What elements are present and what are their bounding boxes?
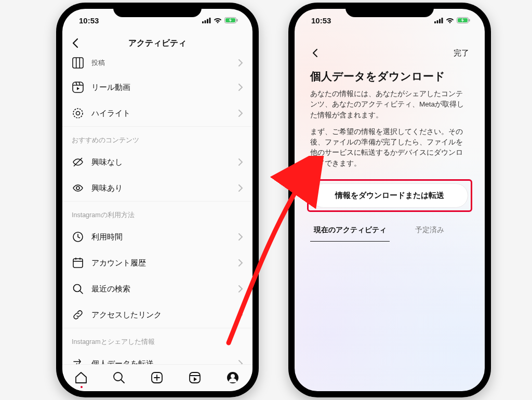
wifi-icon — [214, 17, 222, 23]
svg-rect-6 — [237, 19, 238, 22]
svg-rect-31 — [190, 372, 200, 383]
row-label: 興味あり — [91, 183, 231, 193]
modal-paragraph-2: まず、ご希望の情報を選択してください。その後、ファイルの準備が完了したら、ファイ… — [310, 127, 469, 169]
phone-frame-right: 10:53 完了 個人データをダウンロード あなたの情報には、あなたがシェアした… — [288, 3, 491, 397]
row-label: 利用時間 — [91, 232, 231, 242]
chevron-right-icon — [238, 110, 243, 117]
clock-icon — [72, 231, 84, 243]
row-label: 投稿 — [91, 58, 231, 68]
chevron-right-icon — [238, 184, 243, 192]
svg-point-34 — [231, 374, 235, 378]
status-time: 10:53 — [311, 16, 331, 25]
svg-rect-19 — [73, 259, 83, 268]
tab-create[interactable] — [150, 371, 165, 385]
row-label: 個人データを転送 — [91, 359, 231, 365]
svg-line-12 — [76, 82, 77, 85]
notification-dot — [81, 386, 83, 388]
cellular-icon — [202, 18, 211, 23]
row-label: 興味なし — [91, 157, 231, 167]
tab-profile[interactable] — [226, 371, 241, 385]
home-icon — [74, 371, 88, 384]
row-not-interested[interactable]: 興味なし — [62, 149, 252, 175]
svg-rect-7 — [73, 58, 83, 68]
row-interested[interactable]: 興味あり — [62, 175, 252, 201]
row-time-spent[interactable]: 利用時間 — [62, 224, 252, 250]
section-usage: Instagramの利用方法 — [62, 201, 252, 224]
wifi-icon — [446, 17, 454, 23]
link-icon — [72, 309, 84, 321]
search-icon — [72, 283, 84, 295]
nav-header: アクティビティ — [62, 32, 252, 55]
chevron-right-icon — [238, 285, 243, 292]
svg-line-24 — [80, 291, 83, 294]
chevron-right-icon — [238, 311, 243, 318]
screen-right: 10:53 完了 個人データをダウンロード あなたの情報には、あなたがシェアした… — [295, 9, 485, 391]
row-account-history[interactable]: アカウント履歴 — [62, 250, 252, 276]
svg-rect-3 — [209, 18, 211, 23]
chevron-right-icon — [238, 158, 243, 166]
chevron-right-icon — [238, 259, 243, 266]
modal-title: 個人データをダウンロード — [310, 69, 469, 84]
chevron-left-icon — [70, 37, 82, 49]
svg-line-13 — [79, 82, 80, 85]
tab-reels[interactable] — [188, 371, 203, 385]
chevron-right-icon — [238, 233, 243, 241]
section-recommended: おすすめのコンテンツ — [62, 126, 252, 149]
svg-rect-41 — [469, 19, 470, 22]
eye-off-icon — [72, 156, 84, 168]
section-shared-info: Instagramとシェアした情報 — [62, 328, 252, 351]
row-recent-searches[interactable]: 最近の検索 — [62, 276, 252, 302]
battery-icon — [457, 17, 470, 23]
back-button[interactable] — [70, 37, 82, 49]
transfer-icon — [72, 357, 84, 364]
status-indicators — [434, 17, 470, 23]
chevron-right-icon — [238, 59, 243, 66]
row-label: アカウント履歴 — [91, 258, 231, 268]
chevron-left-icon — [310, 48, 321, 58]
row-posts-truncated[interactable]: 投稿 — [62, 55, 252, 74]
plus-square-icon — [150, 371, 164, 384]
svg-rect-35 — [434, 21, 436, 23]
back-button[interactable] — [310, 48, 321, 58]
settings-scroll[interactable]: 投稿 リール動画 ハイライト おすすめのコンテンツ 興味なし — [62, 55, 252, 364]
row-reels[interactable]: リール動画 — [62, 74, 252, 100]
row-label: リール動画 — [91, 83, 231, 92]
tab-search[interactable] — [112, 371, 127, 385]
calendar-icon — [72, 257, 84, 269]
eye-icon — [72, 182, 84, 194]
svg-rect-37 — [439, 19, 441, 23]
download-data-modal: 完了 個人データをダウンロード あなたの情報には、あなたがシェアしたコンテンツ、… — [301, 37, 478, 385]
reels-icon — [72, 81, 84, 94]
row-link-history[interactable]: アクセスしたリンク — [62, 302, 252, 328]
svg-rect-38 — [442, 18, 443, 23]
svg-rect-36 — [437, 20, 438, 23]
svg-point-15 — [76, 112, 80, 115]
svg-point-14 — [73, 109, 83, 118]
battery-icon — [224, 17, 238, 23]
row-label: ハイライト — [91, 109, 231, 118]
modal-container: 完了 個人データをダウンロード あなたの情報には、あなたがシェアしたコンテンツ、… — [295, 32, 485, 391]
search-icon — [112, 371, 126, 384]
tab-current-activity[interactable]: 現在のアクティビティ — [310, 220, 390, 242]
row-label: アクセスしたリンク — [91, 310, 231, 320]
svg-point-17 — [76, 186, 79, 190]
tab-scheduled[interactable]: 予定済み — [390, 220, 469, 242]
highlight-icon — [72, 107, 84, 119]
chevron-right-icon — [238, 360, 243, 364]
download-or-transfer-button[interactable]: 情報をダウンロードまたは転送 — [311, 183, 468, 208]
notch — [113, 3, 202, 17]
screen-left: 10:53 アクティビティ 投稿 リール動画 — [62, 9, 252, 391]
row-highlights[interactable]: ハイライト — [62, 100, 252, 126]
status-time: 10:53 — [79, 16, 99, 25]
reels-icon — [188, 371, 202, 384]
chevron-right-icon — [238, 84, 243, 91]
svg-line-27 — [121, 380, 124, 383]
row-transfer-data[interactable]: 個人データを転送 — [62, 351, 252, 364]
highlight-download-button: 情報をダウンロードまたは転送 — [307, 179, 472, 212]
done-button[interactable]: 完了 — [454, 48, 469, 58]
phone-frame-left: 10:53 アクティビティ 投稿 リール動画 — [56, 3, 259, 397]
svg-rect-1 — [205, 20, 206, 23]
status-indicators — [202, 17, 238, 23]
tab-home[interactable] — [74, 371, 89, 385]
tab-bar — [62, 364, 252, 391]
